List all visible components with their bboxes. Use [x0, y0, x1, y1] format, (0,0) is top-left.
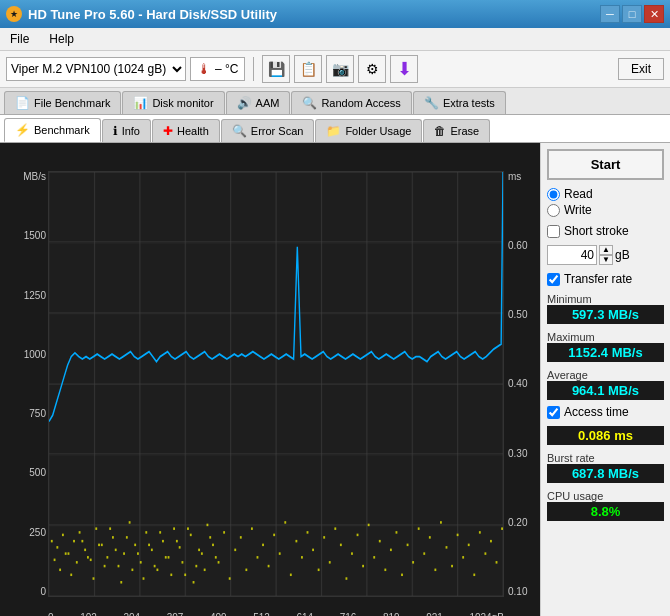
benchmark-icon: ⚡: [15, 123, 30, 137]
svg-rect-62: [290, 574, 292, 576]
aam-icon: 🔊: [237, 96, 252, 110]
start-button[interactable]: Start: [547, 149, 664, 180]
x-label-614: 614: [296, 612, 313, 616]
error-scan-icon: 🔍: [232, 124, 247, 138]
tab-info[interactable]: ℹ Info: [102, 119, 151, 142]
right-panel: Start Read Write Short stroke ▲ ▼ gB: [540, 143, 670, 616]
read-radio[interactable]: [547, 188, 560, 201]
minimize-button[interactable]: ─: [600, 5, 620, 23]
svg-rect-130: [215, 556, 217, 558]
write-radio[interactable]: [547, 204, 560, 217]
svg-rect-106: [81, 540, 83, 542]
x-label-512: 512: [253, 612, 270, 616]
burst-rate-block: Burst rate 687.8 MB/s: [547, 452, 664, 483]
access-time-checkbox[interactable]: [547, 406, 560, 419]
svg-rect-28: [101, 544, 103, 546]
y-axis-right: ms 0.60 0.50 0.40 0.30 0.20 0.10: [508, 171, 538, 597]
tab-random-access[interactable]: 🔍 Random Access: [291, 91, 411, 114]
y-right-030: 0.30: [508, 448, 527, 459]
window-title: HD Tune Pro 5.60 - Hard Disk/SSD Utility: [28, 7, 277, 22]
tab-erase[interactable]: 🗑 Erase: [423, 119, 490, 142]
y-right-ms: ms: [508, 171, 521, 182]
toolbar-btn-5[interactable]: ⬇: [390, 55, 418, 83]
svg-rect-112: [115, 549, 117, 551]
stroke-spinbox: ▲ ▼ gB: [547, 243, 664, 267]
svg-rect-90: [446, 546, 448, 548]
svg-rect-105: [76, 561, 78, 563]
toolbar-btn-2[interactable]: 📋: [294, 55, 322, 83]
tab-folder-usage[interactable]: 📁 Folder Usage: [315, 119, 422, 142]
tabs-bottom: ⚡ Benchmark ℹ Info ✚ Health 🔍 Error Scan…: [0, 115, 670, 143]
tab-benchmark-label: Benchmark: [34, 124, 90, 136]
svg-rect-73: [351, 552, 353, 554]
tab-disk-monitor[interactable]: 📊 Disk monitor: [122, 91, 224, 114]
benchmark-chart: [48, 171, 504, 597]
transfer-rate-checkbox[interactable]: [547, 273, 560, 286]
tab-disk-monitor-label: Disk monitor: [152, 97, 213, 109]
svg-rect-47: [207, 524, 209, 526]
svg-rect-66: [312, 549, 314, 551]
write-radio-label[interactable]: Write: [547, 203, 664, 217]
tab-benchmark[interactable]: ⚡ Benchmark: [4, 118, 101, 142]
svg-rect-119: [154, 565, 156, 567]
menu-help[interactable]: Help: [43, 30, 80, 48]
x-label-0: 0: [48, 612, 54, 616]
svg-rect-84: [412, 561, 414, 563]
maximize-button[interactable]: □: [622, 5, 642, 23]
short-stroke-text: Short stroke: [564, 224, 629, 238]
svg-rect-129: [209, 536, 211, 538]
toolbar-btn-4[interactable]: ⚙: [358, 55, 386, 83]
toolbar-btn-1[interactable]: 💾: [262, 55, 290, 83]
tab-info-label: Info: [122, 125, 140, 137]
tab-file-benchmark[interactable]: 📄 File Benchmark: [4, 91, 121, 114]
svg-rect-52: [234, 549, 236, 551]
stroke-input[interactable]: [547, 245, 597, 265]
svg-rect-26: [90, 559, 92, 561]
tab-health[interactable]: ✚ Health: [152, 119, 220, 142]
y-right-040: 0.40: [508, 378, 527, 389]
svg-rect-70: [334, 527, 336, 529]
x-label-819: 819: [383, 612, 400, 616]
close-button[interactable]: ✕: [644, 5, 664, 23]
x-label-921: 921: [426, 612, 443, 616]
short-stroke-checkbox[interactable]: [547, 225, 560, 238]
svg-rect-96: [479, 531, 481, 533]
short-stroke-label[interactable]: Short stroke: [547, 224, 664, 238]
transfer-rate-label[interactable]: Transfer rate: [547, 272, 664, 286]
svg-rect-83: [407, 544, 409, 546]
cpu-usage-block: CPU usage 8.8%: [547, 490, 664, 521]
svg-rect-110: [104, 565, 106, 567]
minimum-block: Minimum 597.3 MB/s: [547, 293, 664, 324]
read-radio-label[interactable]: Read: [547, 187, 664, 201]
tab-aam[interactable]: 🔊 AAM: [226, 91, 291, 114]
access-time-block: 0.086 ms: [547, 426, 664, 445]
svg-rect-87: [429, 536, 431, 538]
tab-error-scan[interactable]: 🔍 Error Scan: [221, 119, 315, 142]
average-label: Average: [547, 369, 664, 381]
access-time-label[interactable]: Access time: [547, 405, 664, 419]
toolbar-btn-3[interactable]: 📷: [326, 55, 354, 83]
svg-rect-104: [70, 574, 72, 576]
svg-rect-46: [201, 552, 203, 554]
svg-rect-69: [329, 561, 331, 563]
tab-extra-tests[interactable]: 🔧 Extra tests: [413, 91, 506, 114]
exit-button[interactable]: Exit: [618, 58, 664, 80]
svg-rect-120: [159, 531, 161, 533]
drive-select[interactable]: Viper M.2 VPN100 (1024 gB): [6, 57, 186, 81]
svg-rect-94: [468, 544, 470, 546]
menu-file[interactable]: File: [4, 30, 35, 48]
svg-rect-118: [148, 544, 150, 546]
cpu-usage-value: 8.8%: [547, 502, 664, 521]
spin-up-button[interactable]: ▲: [599, 245, 613, 255]
y-label-500: 500: [29, 467, 46, 478]
svg-rect-127: [198, 549, 200, 551]
burst-rate-label: Burst rate: [547, 452, 664, 464]
spin-down-button[interactable]: ▼: [599, 255, 613, 265]
thermometer-icon: 🌡: [197, 61, 211, 77]
svg-rect-49: [218, 561, 220, 563]
svg-rect-103: [65, 552, 67, 554]
svg-rect-59: [273, 534, 275, 536]
svg-rect-63: [295, 540, 297, 542]
svg-rect-101: [54, 559, 56, 561]
app-icon: ★: [6, 6, 22, 22]
